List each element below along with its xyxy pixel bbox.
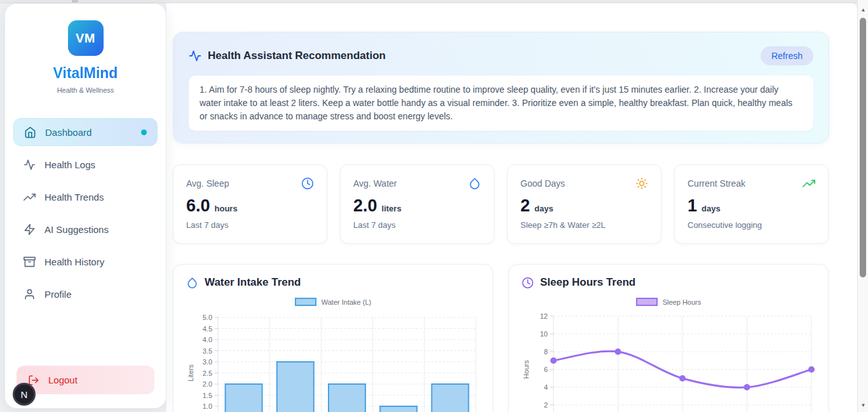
scroll-down-arrow-icon[interactable]: ▼: [858, 401, 868, 411]
stats-row: Avg. Sleep 6.0 hours Last 7 days Avg. Wa…: [173, 164, 829, 244]
scroll-up-arrow-icon[interactable]: ▲: [858, 5, 868, 15]
svg-text:5.0: 5.0: [203, 314, 212, 321]
recommendation-card: Health Assistant Recommendation Refresh …: [173, 32, 829, 143]
recommendation-header: Health Assistant Recommendation Refresh: [189, 46, 813, 65]
chart-title: Sleep Hours Trend: [540, 276, 635, 289]
main-content: Health Assistant Recommendation Refresh …: [173, 0, 829, 412]
stat-subtext: Last 7 days: [353, 220, 481, 230]
logout-button[interactable]: Logout: [17, 366, 154, 394]
svg-text:3.5: 3.5: [203, 347, 212, 355]
droplet-icon: [468, 177, 481, 190]
chart-legend: Sleep Hours: [522, 298, 815, 306]
svg-text:4.0: 4.0: [203, 336, 212, 343]
chart-title: Water Intake Trend: [205, 276, 301, 289]
sidebar-item-profile[interactable]: Profile: [13, 280, 158, 308]
svg-text:6: 6: [544, 366, 548, 373]
svg-text:2: 2: [544, 401, 548, 409]
clock-icon: [301, 177, 314, 190]
stat-card-avg-sleep: Avg. Sleep 6.0 hours Last 7 days: [173, 164, 327, 244]
trending-up-icon: [803, 177, 815, 190]
chart-legend: Water Intake (L): [186, 298, 480, 306]
activity-icon: [24, 159, 36, 171]
stat-label: Good Days: [520, 178, 565, 189]
svg-text:2.0: 2.0: [203, 380, 212, 388]
svg-text:3.0: 3.0: [203, 358, 212, 366]
sun-icon: [635, 177, 648, 190]
recommendation-body: 1. Aim for 7-8 hours of sleep nightly. T…: [189, 76, 813, 131]
sidebar: VM VitalMind Health & Wellness Dashboard…: [5, 4, 166, 408]
sidebar-item-label: Health History: [44, 256, 104, 267]
svg-text:10: 10: [540, 330, 548, 338]
legend-swatch: [636, 298, 658, 306]
stat-unit: hours: [215, 204, 238, 213]
recommendation-title: Health Assistant Recommendation: [208, 50, 386, 62]
sidebar-item-label: Health Logs: [44, 159, 95, 170]
sidebar-item-label: Profile: [44, 289, 72, 300]
app-name: VitalMind: [5, 65, 166, 82]
stat-unit: liters: [382, 204, 402, 213]
refresh-button[interactable]: Refresh: [761, 46, 813, 65]
stat-card-good-days: Good Days 2 days Sleep ≥7h & Water ≥2L: [507, 164, 661, 244]
svg-text:1.5: 1.5: [203, 392, 212, 399]
stat-value: 1: [688, 196, 697, 216]
sidebar-item-label: Health Trends: [44, 192, 104, 203]
active-indicator-dot: [141, 130, 147, 135]
stat-subtext: Last 7 days: [186, 220, 314, 230]
svg-text:4.5: 4.5: [203, 325, 212, 333]
stat-value: 2.0: [353, 196, 377, 216]
home-icon: [24, 126, 36, 138]
legend-label: Sleep Hours: [663, 298, 702, 306]
sleep-hours-line-chart: 121086420Hours: [522, 309, 817, 412]
vertical-scrollbar[interactable]: ▲ ▼: [857, 0, 868, 412]
stat-value: 2: [520, 196, 530, 216]
stat-subtext: Sleep ≥7h & Water ≥2L: [520, 220, 648, 230]
user-icon: [24, 288, 36, 300]
legend-swatch: [295, 298, 316, 306]
svg-text:4: 4: [544, 383, 548, 391]
charts-row: Water Intake Trend Water Intake (L) 5.04…: [173, 264, 829, 412]
stat-unit: days: [702, 204, 721, 213]
svg-text:12: 12: [540, 312, 548, 320]
stat-unit: days: [534, 204, 553, 213]
svg-text:2.5: 2.5: [203, 369, 212, 377]
stat-value: 6.0: [186, 196, 210, 216]
sidebar-item-health-history[interactable]: Health History: [13, 248, 158, 276]
zap-icon: [24, 223, 36, 236]
water-intake-bar-chart: 5.04.54.03.53.02.52.01.51.00.50.0Liters: [186, 309, 481, 412]
sidebar-item-dashboard[interactable]: Dashboard: [13, 118, 158, 146]
browser-top-strip: [0, 0, 868, 3]
legend-label: Water Intake (L): [322, 298, 371, 306]
sidebar-nav: Dashboard Health Logs Health Trends AI S…: [5, 118, 166, 308]
svg-text:8: 8: [544, 348, 548, 356]
svg-text:1.0: 1.0: [203, 402, 212, 410]
sidebar-item-health-trends[interactable]: Health Trends: [13, 183, 158, 211]
scrollbar-thumb[interactable]: [860, 18, 866, 277]
brand: VM VitalMind Health & Wellness: [5, 4, 166, 94]
app-tagline: Health & Wellness: [5, 86, 166, 94]
sidebar-item-health-logs[interactable]: Health Logs: [13, 150, 158, 178]
trending-up-icon: [24, 191, 36, 203]
stat-card-avg-water: Avg. Water 2.0 liters Last 7 days: [340, 164, 494, 244]
app-logo: VM: [68, 20, 104, 56]
sidebar-item-label: AI Suggestions: [44, 224, 109, 235]
top-notch: [72, 0, 78, 3]
sidebar-item-ai-suggestions[interactable]: AI Suggestions: [13, 215, 158, 243]
droplet-icon: [186, 277, 198, 289]
water-intake-chart-card: Water Intake Trend Water Intake (L) 5.04…: [173, 264, 493, 412]
archive-icon: [24, 256, 36, 268]
stat-label: Avg. Water: [353, 178, 397, 189]
svg-text:Hours: Hours: [522, 360, 530, 379]
sidebar-item-label: Dashboard: [45, 127, 92, 138]
svg-text:Liters: Liters: [187, 364, 194, 382]
activity-pulse-icon: [189, 50, 201, 62]
sleep-hours-chart-card: Sleep Hours Trend Sleep Hours 121086420H…: [508, 264, 829, 412]
clock-icon: [522, 277, 534, 289]
stat-subtext: Consecutive logging: [688, 220, 815, 230]
logout-label: Logout: [48, 375, 78, 385]
stat-label: Avg. Sleep: [186, 178, 229, 189]
stat-label: Current Streak: [688, 178, 745, 189]
stat-card-current-streak: Current Streak 1 days Consecutive loggin…: [674, 164, 829, 244]
overlay-n-badge[interactable]: N: [13, 383, 36, 406]
